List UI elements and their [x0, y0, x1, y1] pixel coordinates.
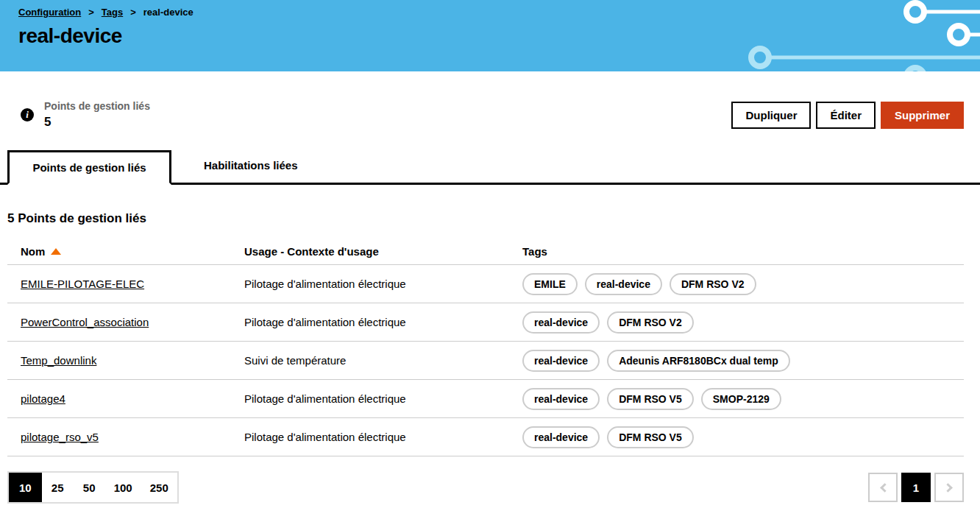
table-row: pilotage4 Pilotage d'alimentation électr…	[7, 380, 964, 418]
row-tags: real-deviceDFM RSO V2	[522, 311, 964, 334]
tag-chip: real-device	[522, 311, 600, 334]
row-usage: Pilotage d'alimentation électrique	[244, 392, 522, 405]
row-tags: real-deviceAdeunis ARF8180BCx dual temp	[522, 350, 964, 372]
breadcrumb-item-configuration[interactable]: Configuration	[18, 7, 81, 18]
tab-bar: Points de gestion liés Habilitations lié…	[0, 148, 980, 185]
row-tags: real-deviceDFM RSO V5SMOP-2129	[522, 388, 964, 410]
chevron-right-icon	[943, 483, 953, 493]
breadcrumb-item-tags[interactable]: Tags	[102, 7, 123, 18]
tag-chip: real-device	[585, 273, 662, 295]
prev-page-button[interactable]	[868, 473, 898, 502]
table-header-row: Nom Usage - Contexte d'usage Tags	[7, 238, 964, 265]
table-row: Temp_downlink Suivi de température real-…	[7, 342, 964, 380]
page-size-100[interactable]: 100	[105, 473, 141, 502]
table-body: EMILE-PILOTAGE-ELEC Pilotage d'alimentat…	[7, 265, 964, 456]
duplicate-button[interactable]: Dupliquer	[731, 102, 811, 129]
summary-and-actions-row: i Points de gestion liés 5 Dupliquer Édi…	[7, 99, 964, 132]
breadcrumb-separator-icon: >	[88, 7, 94, 18]
tab-habilitations[interactable]: Habilitations liées	[171, 148, 330, 183]
main-content: i Points de gestion liés 5 Dupliquer Édi…	[0, 99, 980, 504]
tab-points-de-gestion[interactable]: Points de gestion liés	[7, 150, 171, 185]
row-name-link[interactable]: EMILE-PILOTAGE-ELEC	[21, 278, 144, 290]
summary-block: Points de gestion liés 5	[44, 99, 150, 130]
row-name-link[interactable]: pilotage4	[21, 392, 65, 405]
linked-points-table: Nom Usage - Contexte d'usage Tags EMILE-…	[7, 238, 964, 456]
page-header: Configuration>Tags>real-device real-devi…	[0, 0, 980, 71]
tag-chip: DFM RSO V5	[607, 426, 694, 448]
page-size-selector: 102550100250	[7, 471, 179, 504]
summary-label: Points de gestion liés	[44, 99, 150, 112]
column-header-nom[interactable]: Nom	[7, 245, 244, 258]
row-tags: real-deviceDFM RSO V5	[522, 426, 964, 448]
row-usage: Pilotage d'alimentation électrique	[244, 316, 522, 328]
pagination-bar: 102550100250 1	[7, 471, 964, 504]
tag-chip: real-device	[522, 388, 600, 410]
action-buttons: Dupliquer Éditer Supprimer	[731, 99, 964, 129]
tag-chip: DFM RSO V2	[607, 311, 694, 334]
delete-button[interactable]: Supprimer	[881, 102, 964, 129]
tag-chip: Adeunis ARF8180BCx dual temp	[607, 350, 790, 372]
table-row: PowerControl_association Pilotage d'alim…	[7, 303, 964, 342]
circuit-decoration-graphic	[722, 0, 980, 71]
sort-asc-icon	[51, 248, 61, 255]
page-size-250[interactable]: 250	[141, 473, 177, 502]
table-row: pilotage_rso_v5 Pilotage d'alimentation …	[7, 418, 964, 456]
row-usage: Pilotage d'alimentation électrique	[244, 431, 522, 443]
row-usage: Pilotage d'alimentation électrique	[244, 278, 522, 290]
page-size-25[interactable]: 25	[42, 473, 74, 502]
row-name-link[interactable]: Temp_downlink	[21, 354, 96, 367]
current-page-button[interactable]: 1	[901, 473, 931, 502]
tag-chip: real-device	[522, 426, 600, 448]
tag-chip: EMILE	[522, 273, 578, 295]
tag-chip: SMOP-2129	[701, 388, 781, 410]
row-name-link[interactable]: pilotage_rso_v5	[21, 431, 99, 443]
list-heading: 5 Points de gestion liés	[7, 211, 964, 226]
column-header-usage: Usage - Contexte d'usage	[244, 245, 522, 258]
chevron-left-icon	[880, 483, 890, 493]
tag-chip: DFM RSO V5	[607, 388, 694, 410]
table-row: EMILE-PILOTAGE-ELEC Pilotage d'alimentat…	[7, 265, 964, 303]
column-header-tags: Tags	[522, 245, 964, 258]
edit-button[interactable]: Éditer	[816, 102, 876, 129]
breadcrumb-separator-icon: >	[130, 7, 136, 18]
info-icon[interactable]: i	[21, 108, 34, 121]
row-tags: EMILEreal-deviceDFM RSO V2	[522, 273, 964, 295]
row-usage: Suivi de température	[244, 354, 522, 367]
tag-chip: DFM RSO V2	[670, 273, 756, 295]
page-size-50[interactable]: 50	[74, 473, 105, 502]
pager: 1	[868, 473, 964, 502]
next-page-button[interactable]	[934, 473, 964, 502]
page-size-10[interactable]: 10	[9, 473, 42, 502]
tag-chip: real-device	[522, 350, 600, 372]
row-name-link[interactable]: PowerControl_association	[21, 316, 149, 328]
breadcrumb-item-real-device: real-device	[143, 7, 193, 18]
summary-value: 5	[44, 115, 150, 130]
